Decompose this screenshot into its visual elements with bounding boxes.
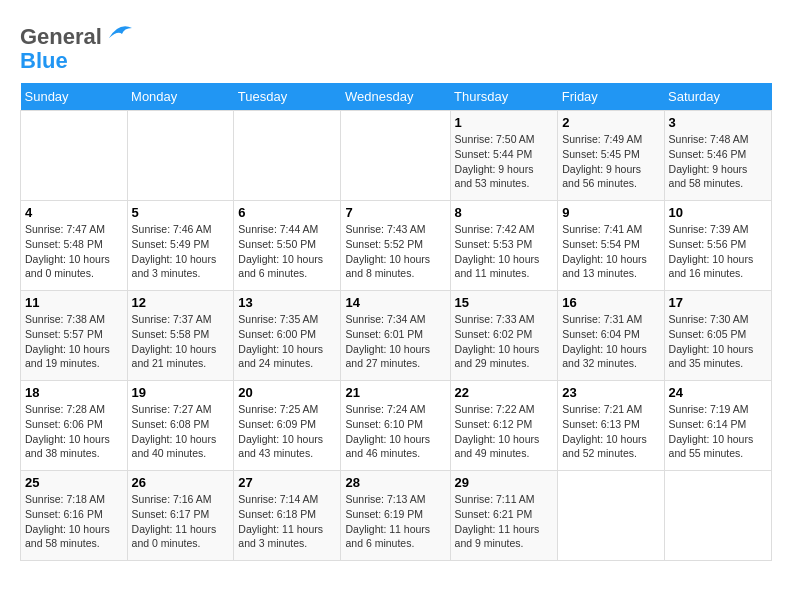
day-info: Sunrise: 7:39 AM Sunset: 5:56 PM Dayligh… — [669, 222, 767, 281]
day-info: Sunrise: 7:35 AM Sunset: 6:00 PM Dayligh… — [238, 312, 336, 371]
calendar-cell: 11Sunrise: 7:38 AM Sunset: 5:57 PM Dayli… — [21, 291, 128, 381]
week-row-4: 18Sunrise: 7:28 AM Sunset: 6:06 PM Dayli… — [21, 381, 772, 471]
day-number: 21 — [345, 385, 445, 400]
day-info: Sunrise: 7:22 AM Sunset: 6:12 PM Dayligh… — [455, 402, 554, 461]
day-number: 16 — [562, 295, 659, 310]
header-monday: Monday — [127, 83, 234, 111]
day-info: Sunrise: 7:18 AM Sunset: 6:16 PM Dayligh… — [25, 492, 123, 551]
week-row-3: 11Sunrise: 7:38 AM Sunset: 5:57 PM Dayli… — [21, 291, 772, 381]
day-info: Sunrise: 7:46 AM Sunset: 5:49 PM Dayligh… — [132, 222, 230, 281]
calendar-cell: 3Sunrise: 7:48 AM Sunset: 5:46 PM Daylig… — [664, 111, 771, 201]
day-info: Sunrise: 7:42 AM Sunset: 5:53 PM Dayligh… — [455, 222, 554, 281]
calendar-cell: 25Sunrise: 7:18 AM Sunset: 6:16 PM Dayli… — [21, 471, 128, 561]
day-number: 25 — [25, 475, 123, 490]
day-number: 2 — [562, 115, 659, 130]
day-info: Sunrise: 7:14 AM Sunset: 6:18 PM Dayligh… — [238, 492, 336, 551]
day-number: 15 — [455, 295, 554, 310]
day-number: 3 — [669, 115, 767, 130]
calendar-cell: 19Sunrise: 7:27 AM Sunset: 6:08 PM Dayli… — [127, 381, 234, 471]
day-info: Sunrise: 7:47 AM Sunset: 5:48 PM Dayligh… — [25, 222, 123, 281]
logo-general: General — [20, 24, 102, 49]
calendar-cell: 9Sunrise: 7:41 AM Sunset: 5:54 PM Daylig… — [558, 201, 664, 291]
day-number: 18 — [25, 385, 123, 400]
calendar-cell — [234, 111, 341, 201]
day-number: 28 — [345, 475, 445, 490]
day-number: 10 — [669, 205, 767, 220]
calendar-cell — [127, 111, 234, 201]
day-number: 24 — [669, 385, 767, 400]
day-number: 19 — [132, 385, 230, 400]
day-info: Sunrise: 7:19 AM Sunset: 6:14 PM Dayligh… — [669, 402, 767, 461]
calendar-table: SundayMondayTuesdayWednesdayThursdayFrid… — [20, 83, 772, 561]
day-number: 27 — [238, 475, 336, 490]
calendar-cell: 29Sunrise: 7:11 AM Sunset: 6:21 PM Dayli… — [450, 471, 558, 561]
day-info: Sunrise: 7:34 AM Sunset: 6:01 PM Dayligh… — [345, 312, 445, 371]
calendar-cell: 2Sunrise: 7:49 AM Sunset: 5:45 PM Daylig… — [558, 111, 664, 201]
calendar-cell: 16Sunrise: 7:31 AM Sunset: 6:04 PM Dayli… — [558, 291, 664, 381]
logo: General Blue — [20, 20, 134, 73]
day-number: 13 — [238, 295, 336, 310]
day-info: Sunrise: 7:41 AM Sunset: 5:54 PM Dayligh… — [562, 222, 659, 281]
header-saturday: Saturday — [664, 83, 771, 111]
day-number: 26 — [132, 475, 230, 490]
day-number: 12 — [132, 295, 230, 310]
calendar-cell: 20Sunrise: 7:25 AM Sunset: 6:09 PM Dayli… — [234, 381, 341, 471]
day-info: Sunrise: 7:24 AM Sunset: 6:10 PM Dayligh… — [345, 402, 445, 461]
day-info: Sunrise: 7:38 AM Sunset: 5:57 PM Dayligh… — [25, 312, 123, 371]
day-info: Sunrise: 7:13 AM Sunset: 6:19 PM Dayligh… — [345, 492, 445, 551]
day-number: 20 — [238, 385, 336, 400]
calendar-cell: 8Sunrise: 7:42 AM Sunset: 5:53 PM Daylig… — [450, 201, 558, 291]
day-info: Sunrise: 7:28 AM Sunset: 6:06 PM Dayligh… — [25, 402, 123, 461]
week-row-1: 1Sunrise: 7:50 AM Sunset: 5:44 PM Daylig… — [21, 111, 772, 201]
day-number: 17 — [669, 295, 767, 310]
day-info: Sunrise: 7:43 AM Sunset: 5:52 PM Dayligh… — [345, 222, 445, 281]
calendar-cell: 23Sunrise: 7:21 AM Sunset: 6:13 PM Dayli… — [558, 381, 664, 471]
day-info: Sunrise: 7:50 AM Sunset: 5:44 PM Dayligh… — [455, 132, 554, 191]
calendar-cell: 13Sunrise: 7:35 AM Sunset: 6:00 PM Dayli… — [234, 291, 341, 381]
header-sunday: Sunday — [21, 83, 128, 111]
day-info: Sunrise: 7:21 AM Sunset: 6:13 PM Dayligh… — [562, 402, 659, 461]
day-info: Sunrise: 7:33 AM Sunset: 6:02 PM Dayligh… — [455, 312, 554, 371]
logo-blue: Blue — [20, 48, 68, 73]
day-info: Sunrise: 7:30 AM Sunset: 6:05 PM Dayligh… — [669, 312, 767, 371]
day-info: Sunrise: 7:25 AM Sunset: 6:09 PM Dayligh… — [238, 402, 336, 461]
week-row-2: 4Sunrise: 7:47 AM Sunset: 5:48 PM Daylig… — [21, 201, 772, 291]
day-info: Sunrise: 7:44 AM Sunset: 5:50 PM Dayligh… — [238, 222, 336, 281]
header: General Blue — [20, 20, 772, 73]
day-number: 14 — [345, 295, 445, 310]
day-number: 5 — [132, 205, 230, 220]
calendar-cell: 7Sunrise: 7:43 AM Sunset: 5:52 PM Daylig… — [341, 201, 450, 291]
calendar-cell: 24Sunrise: 7:19 AM Sunset: 6:14 PM Dayli… — [664, 381, 771, 471]
day-number: 8 — [455, 205, 554, 220]
calendar-cell — [558, 471, 664, 561]
days-header-row: SundayMondayTuesdayWednesdayThursdayFrid… — [21, 83, 772, 111]
calendar-cell: 27Sunrise: 7:14 AM Sunset: 6:18 PM Dayli… — [234, 471, 341, 561]
calendar-cell: 15Sunrise: 7:33 AM Sunset: 6:02 PM Dayli… — [450, 291, 558, 381]
day-info: Sunrise: 7:16 AM Sunset: 6:17 PM Dayligh… — [132, 492, 230, 551]
calendar-cell — [664, 471, 771, 561]
day-info: Sunrise: 7:27 AM Sunset: 6:08 PM Dayligh… — [132, 402, 230, 461]
day-number: 9 — [562, 205, 659, 220]
header-friday: Friday — [558, 83, 664, 111]
day-number: 4 — [25, 205, 123, 220]
calendar-cell: 22Sunrise: 7:22 AM Sunset: 6:12 PM Dayli… — [450, 381, 558, 471]
day-info: Sunrise: 7:11 AM Sunset: 6:21 PM Dayligh… — [455, 492, 554, 551]
week-row-5: 25Sunrise: 7:18 AM Sunset: 6:16 PM Dayli… — [21, 471, 772, 561]
calendar-cell — [21, 111, 128, 201]
day-number: 29 — [455, 475, 554, 490]
day-info: Sunrise: 7:49 AM Sunset: 5:45 PM Dayligh… — [562, 132, 659, 191]
day-number: 23 — [562, 385, 659, 400]
calendar-cell: 21Sunrise: 7:24 AM Sunset: 6:10 PM Dayli… — [341, 381, 450, 471]
logo-bird-icon — [104, 20, 134, 44]
header-tuesday: Tuesday — [234, 83, 341, 111]
day-info: Sunrise: 7:48 AM Sunset: 5:46 PM Dayligh… — [669, 132, 767, 191]
header-wednesday: Wednesday — [341, 83, 450, 111]
day-info: Sunrise: 7:31 AM Sunset: 6:04 PM Dayligh… — [562, 312, 659, 371]
calendar-cell: 6Sunrise: 7:44 AM Sunset: 5:50 PM Daylig… — [234, 201, 341, 291]
calendar-cell: 1Sunrise: 7:50 AM Sunset: 5:44 PM Daylig… — [450, 111, 558, 201]
calendar-cell: 14Sunrise: 7:34 AM Sunset: 6:01 PM Dayli… — [341, 291, 450, 381]
calendar-cell: 12Sunrise: 7:37 AM Sunset: 5:58 PM Dayli… — [127, 291, 234, 381]
day-info: Sunrise: 7:37 AM Sunset: 5:58 PM Dayligh… — [132, 312, 230, 371]
day-number: 1 — [455, 115, 554, 130]
calendar-cell: 18Sunrise: 7:28 AM Sunset: 6:06 PM Dayli… — [21, 381, 128, 471]
